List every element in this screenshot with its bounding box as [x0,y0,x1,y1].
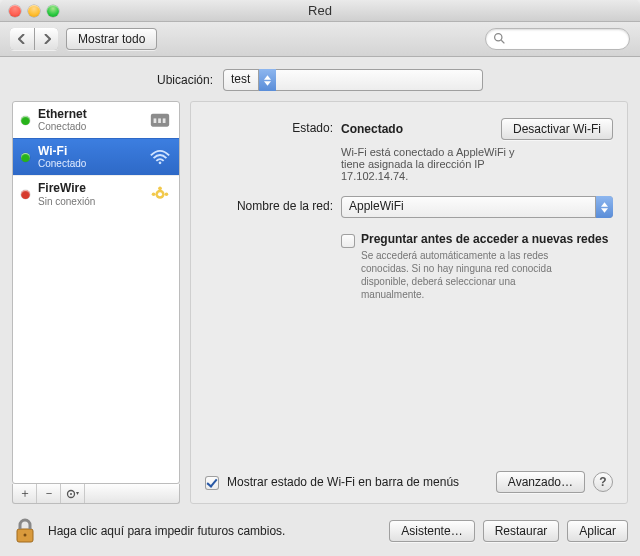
advanced-button[interactable]: Avanzado… [496,471,585,493]
status-description: Wi-Fi está conectado a AppleWiFi y tiene… [341,146,536,182]
search-wrap [485,28,630,50]
show-all-button[interactable]: Mostrar todo [66,28,157,50]
forward-button[interactable] [34,28,58,50]
svg-rect-4 [158,118,161,123]
location-select-value: test [223,69,258,91]
svg-point-8 [158,192,162,196]
select-arrows-icon [595,196,613,218]
network-name-row: Nombre de la red: AppleWiFi [205,196,613,218]
select-arrows-icon [258,69,276,91]
wifi-icon [149,148,171,166]
interfaces-list: Ethernet Conectado Wi-Fi Conectado [12,101,180,484]
apply-button[interactable]: Aplicar [567,520,628,542]
svg-point-9 [152,193,156,197]
add-interface-button[interactable]: ＋ [13,484,37,503]
lock-icon[interactable] [12,518,38,544]
status-value: Conectado [341,122,403,136]
zoom-window-button[interactable] [47,5,59,17]
toolbar: Mostrar todo [0,22,640,57]
ask-new-networks-label: Preguntar antes de acceder a nuevas rede… [361,232,608,246]
window-controls [0,5,59,17]
location-row: Ubicación: test [0,57,640,101]
close-window-button[interactable] [9,5,21,17]
titlebar: Red [0,0,640,22]
sidebar-button-bar: ＋ － [12,484,180,504]
split: Ethernet Conectado Wi-Fi Conectado [0,101,640,510]
ask-new-networks-row: Preguntar antes de acceder a nuevas rede… [205,232,613,301]
network-name-label: Nombre de la red: [205,196,333,213]
status-dot-icon [21,190,30,199]
help-button[interactable]: ? [593,472,613,492]
show-in-menubar-checkbox[interactable] [205,476,219,490]
svg-rect-3 [154,118,157,123]
prefs-window: Red Mostrar todo Ubicación: test [0,0,640,556]
gear-icon [66,488,80,500]
status-row: Estado: Conectado Desactivar Wi-Fi Wi-Fi… [205,118,613,182]
remove-interface-button[interactable]: － [37,484,61,503]
svg-point-6 [159,161,162,164]
detail-panel: Estado: Conectado Desactivar Wi-Fi Wi-Fi… [190,101,628,504]
status-dot-icon [21,153,30,162]
interface-name: Ethernet [38,107,87,121]
back-button[interactable] [10,28,34,50]
interface-row-ethernet[interactable]: Ethernet Conectado [13,102,179,138]
network-name-value: AppleWiFi [341,196,595,218]
minimize-window-button[interactable] [28,5,40,17]
nav-segment [10,28,58,50]
location-label: Ubicación: [157,73,213,87]
svg-point-13 [70,493,72,495]
window-title: Red [0,3,640,18]
svg-point-11 [158,187,162,191]
chevron-right-icon [43,34,51,44]
chevron-left-icon [18,34,26,44]
status-label: Estado: [205,118,333,135]
svg-point-15 [24,534,27,537]
revert-button[interactable]: Restaurar [483,520,560,542]
interface-row-firewire[interactable]: FireWire Sin conexión [13,175,179,212]
interface-row-wifi[interactable]: Wi-Fi Conectado [13,138,179,175]
firewire-icon [149,185,171,203]
body: Ubicación: test Ethernet Conecta [0,57,640,556]
interface-status: Sin conexión [38,196,141,207]
interface-status: Conectado [38,121,141,132]
interface-actions-button[interactable] [61,484,85,503]
interface-name: Wi-Fi [38,144,67,158]
search-input[interactable] [485,28,630,50]
status-dot-icon [21,116,30,125]
interface-status: Conectado [38,158,141,169]
interface-name: FireWire [38,181,86,195]
lock-text: Haga clic aquí para impedir futuros camb… [48,524,285,538]
turn-off-wifi-button[interactable]: Desactivar Wi-Fi [501,118,613,140]
location-select[interactable]: test [223,69,483,91]
ethernet-icon [149,111,171,129]
panel-footer: Mostrar estado de Wi-Fi en barra de menú… [205,471,613,493]
bottom-buttons: Asistente… Restaurar Aplicar [389,520,628,542]
svg-point-10 [165,193,169,197]
ask-new-networks-description: Se accederá automáticamente a las redes … [361,249,581,301]
bottom-bar: Haga clic aquí para impedir futuros camb… [0,510,640,556]
assistant-button[interactable]: Asistente… [389,520,474,542]
svg-rect-5 [163,118,166,123]
show-in-menubar-label: Mostrar estado de Wi-Fi en barra de menú… [227,475,459,489]
ask-new-networks-checkbox[interactable] [341,234,355,248]
sidebar-wrap: Ethernet Conectado Wi-Fi Conectado [12,101,180,504]
network-name-select[interactable]: AppleWiFi [341,196,613,218]
